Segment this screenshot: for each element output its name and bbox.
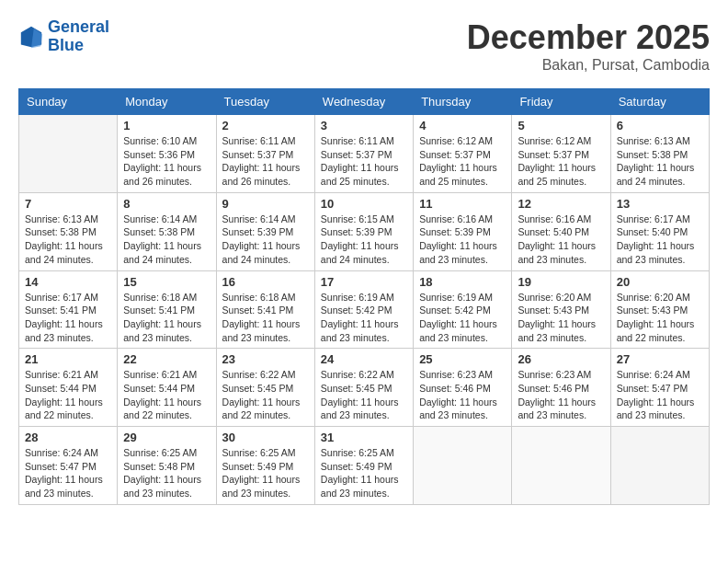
day-number: 2 [222,119,309,132]
calendar-cell: 29Sunrise: 6:25 AMSunset: 5:48 PMDayligh… [118,427,216,505]
calendar-week-row: 21Sunrise: 6:21 AMSunset: 5:44 PMDayligh… [19,349,710,427]
weekday-header: Friday [512,89,610,115]
day-info: Sunrise: 6:13 AMSunset: 5:38 PMDaylight:… [617,134,703,189]
calendar-cell: 24Sunrise: 6:22 AMSunset: 5:45 PMDayligh… [314,349,413,427]
calendar-cell: 12Sunrise: 6:16 AMSunset: 5:40 PMDayligh… [512,192,610,270]
calendar-cell: 25Sunrise: 6:23 AMSunset: 5:46 PMDayligh… [414,349,512,427]
calendar-cell: 7Sunrise: 6:13 AMSunset: 5:38 PMDaylight… [19,192,118,270]
day-info: Sunrise: 6:11 AMSunset: 5:37 PMDaylight:… [321,134,407,189]
day-number: 12 [518,197,604,211]
day-number: 29 [123,431,210,444]
calendar-cell: 17Sunrise: 6:19 AMSunset: 5:42 PMDayligh… [314,270,413,349]
day-info: Sunrise: 6:23 AMSunset: 5:46 PMDaylight:… [518,368,604,422]
day-info: Sunrise: 6:16 AMSunset: 5:40 PMDaylight:… [518,213,604,267]
calendar-cell: 18Sunrise: 6:19 AMSunset: 5:42 PMDayligh… [414,270,512,349]
day-info: Sunrise: 6:18 AMSunset: 5:41 PMDaylight:… [222,291,309,345]
day-number: 6 [617,119,703,132]
calendar-week-row: 28Sunrise: 6:24 AMSunset: 5:47 PMDayligh… [19,427,710,505]
day-info: Sunrise: 6:14 AMSunset: 5:39 PMDaylight:… [222,213,309,267]
calendar-week-row: 14Sunrise: 6:17 AMSunset: 5:41 PMDayligh… [19,270,710,349]
calendar-cell: 16Sunrise: 6:18 AMSunset: 5:41 PMDayligh… [216,270,314,349]
calendar-week-row: 1Sunrise: 6:10 AMSunset: 5:36 PMDaylight… [19,115,710,193]
day-number: 15 [123,275,210,289]
day-number: 23 [222,352,309,366]
day-number: 14 [25,275,111,289]
day-number: 24 [321,352,407,366]
day-number: 16 [222,275,309,289]
day-info: Sunrise: 6:19 AMSunset: 5:42 PMDaylight:… [419,291,506,345]
day-info: Sunrise: 6:21 AMSunset: 5:44 PMDaylight:… [25,368,111,422]
day-info: Sunrise: 6:17 AMSunset: 5:41 PMDaylight:… [25,291,111,345]
calendar-cell: 11Sunrise: 6:16 AMSunset: 5:39 PMDayligh… [414,192,512,270]
calendar-cell [610,427,709,505]
calendar-cell [512,427,610,505]
day-info: Sunrise: 6:13 AMSunset: 5:38 PMDaylight:… [25,213,111,267]
calendar-cell: 23Sunrise: 6:22 AMSunset: 5:45 PMDayligh… [216,349,314,427]
day-info: Sunrise: 6:20 AMSunset: 5:43 PMDaylight:… [518,291,604,345]
day-info: Sunrise: 6:25 AMSunset: 5:49 PMDaylight:… [222,446,309,500]
day-info: Sunrise: 6:15 AMSunset: 5:39 PMDaylight:… [321,213,407,267]
calendar-cell: 4Sunrise: 6:12 AMSunset: 5:37 PMDaylight… [414,115,512,193]
calendar-cell: 15Sunrise: 6:18 AMSunset: 5:41 PMDayligh… [118,270,216,349]
weekday-header: Tuesday [216,89,314,115]
calendar-cell: 8Sunrise: 6:14 AMSunset: 5:38 PMDaylight… [118,192,216,270]
day-info: Sunrise: 6:20 AMSunset: 5:43 PMDaylight:… [617,291,703,345]
day-number: 17 [321,275,407,289]
day-number: 25 [419,352,506,366]
calendar-cell: 10Sunrise: 6:15 AMSunset: 5:39 PMDayligh… [314,192,413,270]
calendar-cell: 5Sunrise: 6:12 AMSunset: 5:37 PMDaylight… [512,115,610,193]
day-info: Sunrise: 6:25 AMSunset: 5:48 PMDaylight:… [123,446,210,500]
calendar-cell: 27Sunrise: 6:24 AMSunset: 5:47 PMDayligh… [610,349,709,427]
calendar-cell: 6Sunrise: 6:13 AMSunset: 5:38 PMDaylight… [610,115,709,193]
day-number: 28 [25,431,111,444]
calendar-cell: 14Sunrise: 6:17 AMSunset: 5:41 PMDayligh… [19,270,118,349]
calendar-cell: 1Sunrise: 6:10 AMSunset: 5:36 PMDaylight… [118,115,216,193]
day-number: 4 [419,119,506,132]
calendar-cell: 21Sunrise: 6:21 AMSunset: 5:44 PMDayligh… [19,349,118,427]
day-number: 26 [518,352,604,366]
day-info: Sunrise: 6:14 AMSunset: 5:38 PMDaylight:… [123,213,210,267]
calendar-cell [414,427,512,505]
day-number: 30 [222,431,309,444]
day-number: 3 [321,119,407,132]
month-title: December 2025 [467,18,710,57]
day-info: Sunrise: 6:22 AMSunset: 5:45 PMDaylight:… [222,368,309,422]
day-number: 9 [222,197,309,211]
weekday-header: Sunday [19,89,118,115]
day-number: 8 [123,197,210,211]
logo-icon [18,24,44,50]
calendar-cell: 9Sunrise: 6:14 AMSunset: 5:39 PMDaylight… [216,192,314,270]
location: Bakan, Pursat, Cambodia [467,57,710,74]
calendar-week-row: 7Sunrise: 6:13 AMSunset: 5:38 PMDaylight… [19,192,710,270]
calendar-cell: 31Sunrise: 6:25 AMSunset: 5:49 PMDayligh… [314,427,413,505]
weekday-header: Saturday [610,89,709,115]
day-info: Sunrise: 6:19 AMSunset: 5:42 PMDaylight:… [321,291,407,345]
calendar-cell: 30Sunrise: 6:25 AMSunset: 5:49 PMDayligh… [216,427,314,505]
day-info: Sunrise: 6:12 AMSunset: 5:37 PMDaylight:… [419,134,506,189]
day-number: 18 [419,275,506,289]
weekday-header: Thursday [414,89,512,115]
day-number: 1 [123,119,210,132]
day-number: 10 [321,197,407,211]
calendar-cell: 3Sunrise: 6:11 AMSunset: 5:37 PMDaylight… [314,115,413,193]
title-block: December 2025 Bakan, Pursat, Cambodia [467,18,710,74]
day-info: Sunrise: 6:22 AMSunset: 5:45 PMDaylight:… [321,368,407,422]
logo-text: General Blue [48,18,109,55]
day-info: Sunrise: 6:24 AMSunset: 5:47 PMDaylight:… [617,368,703,422]
day-number: 21 [25,352,111,366]
day-number: 19 [518,275,604,289]
day-number: 27 [617,352,703,366]
page-header: General Blue December 2025 Bakan, Pursat… [18,18,710,74]
day-number: 20 [617,275,703,289]
calendar-cell [19,115,118,193]
day-info: Sunrise: 6:21 AMSunset: 5:44 PMDaylight:… [123,368,210,422]
day-number: 31 [321,431,407,444]
calendar-table: SundayMondayTuesdayWednesdayThursdayFrid… [18,88,710,505]
day-info: Sunrise: 6:25 AMSunset: 5:49 PMDaylight:… [321,446,407,500]
calendar-cell: 28Sunrise: 6:24 AMSunset: 5:47 PMDayligh… [19,427,118,505]
day-number: 5 [518,119,604,132]
day-info: Sunrise: 6:24 AMSunset: 5:47 PMDaylight:… [25,446,111,500]
weekday-header: Wednesday [314,89,413,115]
day-number: 22 [123,352,210,366]
calendar-cell: 26Sunrise: 6:23 AMSunset: 5:46 PMDayligh… [512,349,610,427]
